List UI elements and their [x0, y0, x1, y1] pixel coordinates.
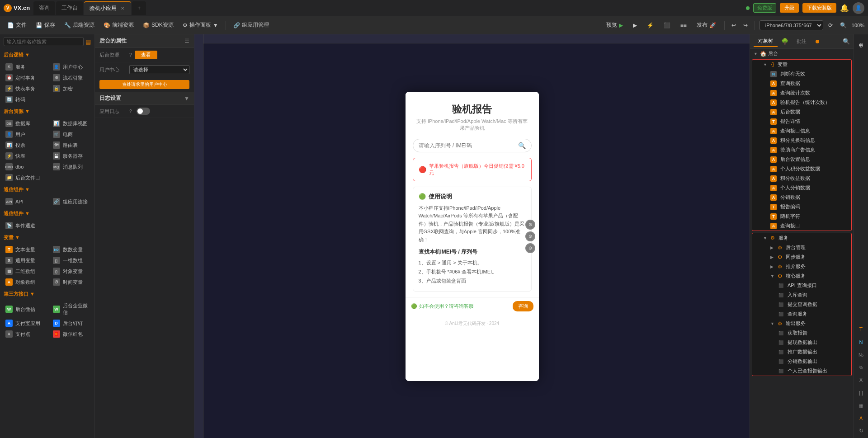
search-filter-icon[interactable]: ▤ — [85, 38, 91, 45]
back-resource-button[interactable]: 🔧 后端资源 — [61, 20, 98, 30]
comp-item-process[interactable]: ⚙ 流程引擎 — [47, 72, 95, 83]
view-button[interactable]: 查看 — [135, 51, 157, 59]
tree-node-report-count[interactable]: A 验机报告（统计次数） — [752, 98, 851, 107]
tree-node-settings-info[interactable]: A 后台设置信息 — [752, 155, 851, 164]
tree-node-backend-mgmt[interactable]: ▶ ⚙ 后台管理 — [752, 243, 851, 252]
scroll-btn-3[interactable]: ⊙ — [525, 243, 535, 253]
far-right-btn-n[interactable]: N — [856, 337, 867, 348]
far-right-btn-1[interactable]: 材料中心 — [856, 36, 867, 43]
comp-item-backend-file[interactable]: 📁 后台文件口 — [0, 172, 47, 183]
comp-item-text-var[interactable]: T 文本变量 — [0, 244, 47, 255]
tree-node-query-interface-var[interactable]: A 查询接口 — [752, 221, 851, 231]
tab-close-icon[interactable]: ✕ — [119, 5, 126, 12]
comp-item-api[interactable]: API API — [0, 196, 47, 207]
debug-button1[interactable]: ⚡ — [643, 21, 657, 30]
props-menu-icon[interactable]: ☰ — [184, 38, 189, 44]
tree-node-get-report[interactable]: ⬛ 获取报告 — [752, 328, 851, 338]
tree-node-sync-service[interactable]: ▶ ⚙ 同步服务 — [752, 252, 851, 262]
user-center-select[interactable]: 请选择 — [129, 65, 189, 74]
search-input[interactable] — [4, 37, 84, 46]
free-version-button[interactable]: 免费版 — [753, 3, 776, 13]
tree-node-distribution-data[interactable]: A 分销数据 — [752, 193, 851, 202]
comp-item-service[interactable]: S 服务 — [0, 61, 47, 72]
scroll-btn-2[interactable]: ⊙ — [525, 231, 535, 241]
download-button[interactable]: 下载安装版 — [802, 3, 836, 13]
comp-item-dingtalk[interactable]: D 后台钉钉 — [47, 318, 95, 329]
far-right-btn-percent[interactable]: % — [856, 362, 867, 373]
section-header-variables[interactable]: 变量 ▼ — [0, 232, 94, 243]
tree-node-query-count[interactable]: A 查询统计次数 — [752, 88, 851, 98]
tree-node-query-interface[interactable]: A 查询接口信息 — [752, 126, 851, 136]
bind-user-center-button[interactable]: 查处请求里的用户中心 — [99, 80, 189, 89]
far-right-btn-bracket[interactable]: [·] — [856, 387, 867, 398]
comp-item-user[interactable]: 👤 用户 — [0, 129, 47, 140]
comp-item-payment[interactable]: ¥ 支付点 — [0, 329, 47, 339]
comp-item-message-queue[interactable]: MQ 消息队列 — [47, 161, 95, 172]
comp-item-timer[interactable]: ⏰ 定时事务 — [0, 72, 47, 83]
section-header-comm2[interactable]: 通信组件 ▼ — [0, 208, 94, 219]
comp-item-quick-table[interactable]: ⚡ 快表 — [0, 151, 47, 161]
tree-node-query-data[interactable]: A 查询数据 — [752, 79, 851, 88]
comp-item-router[interactable]: 🗺 路由表 — [47, 140, 95, 151]
adapt-button[interactable]: ≡≡ — [677, 21, 690, 30]
panel-tab-notes[interactable]: 批注 — [792, 36, 811, 47]
publish-button[interactable]: 发布 🚀 — [693, 20, 720, 30]
mini-search-icon[interactable]: 🔍 — [518, 142, 526, 149]
tree-node-report-detail[interactable]: T 报告详情 — [752, 117, 851, 126]
tree-node-root[interactable]: ▼ 🏠 后台 — [750, 49, 854, 58]
avatar[interactable]: 👤 — [853, 2, 864, 14]
comp-item-database[interactable]: DB 数据库 — [0, 118, 47, 129]
upgrade-button[interactable]: 升级 — [780, 3, 799, 13]
far-right-btn-n2[interactable]: N₀ — [856, 349, 867, 360]
comp-item-obj-var[interactable]: {} 对象变量 — [47, 266, 95, 277]
tree-node-output-service[interactable]: ▼ ⚙ 输出服务 — [752, 319, 851, 328]
tree-node-redeem-code[interactable]: A 积分兑换码信息 — [752, 136, 851, 145]
section-header-backend-logic[interactable]: 后台逻辑 ▼ — [0, 49, 94, 61]
section-header-thirdparty[interactable]: 第三方接口 ▼ — [0, 288, 94, 300]
comp-item-transcode[interactable]: 🔄 转码 — [0, 94, 47, 105]
contact-button[interactable]: 咨询 — [513, 301, 533, 311]
rotate-icon[interactable]: ⟳ — [826, 21, 835, 30]
tab-mini-app[interactable]: 验机小应用 ✕ — [84, 1, 131, 15]
tree-node-withdraw-output[interactable]: ⬛ 提现数据输出 — [752, 338, 851, 347]
tree-node-dist-output[interactable]: ⬛ 分销数据输出 — [752, 357, 851, 366]
comp-item-encrypt[interactable]: 🔒 加密 — [47, 83, 95, 94]
tree-node-personal-report-output[interactable]: ⬛ 个人已查报告输出 — [752, 366, 851, 376]
comp-item-general-var[interactable]: X 通用变量 — [0, 255, 47, 266]
comp-item-alipay[interactable]: A 支付宝应用 — [0, 318, 47, 329]
preview-button[interactable]: 预览 ▶ — [603, 20, 627, 30]
operation-panel-button[interactable]: ⚙ 操作面板 ▼ — [179, 20, 222, 30]
tree-node-personal-distribution[interactable]: A 个人分销数据 — [752, 183, 851, 193]
play-button[interactable]: ▶ — [629, 21, 641, 30]
panel-search-icon[interactable]: 🔍 — [843, 38, 850, 45]
comp-item-red-packet[interactable]: 🧧 微信红包 — [47, 329, 95, 339]
tree-node-variables[interactable]: ▼ {} 变量 — [752, 60, 851, 69]
tab-workbench[interactable]: 工作台 — [56, 1, 83, 15]
tree-node-services[interactable]: ▼ ⚙ 服务 — [752, 233, 851, 243]
far-right-btn-x[interactable]: X — [856, 375, 867, 386]
far-right-btn-obj[interactable]: A — [856, 413, 867, 424]
section-header-backend-resource[interactable]: 后台资源 ▼ — [0, 106, 94, 117]
tab-new[interactable]: + — [132, 1, 146, 15]
tree-node-report-code[interactable]: T 报告编码 — [752, 202, 851, 212]
comp-item-backend-wechat[interactable]: W 后台微信 — [0, 301, 47, 318]
panel-tab-object-tree[interactable]: 对象树 — [754, 36, 778, 47]
far-right-btn-grid[interactable]: ▦ — [856, 400, 867, 411]
redo-icon[interactable]: ↪ — [741, 21, 750, 30]
scroll-btn-1[interactable]: ⊙ — [525, 220, 535, 230]
comp-item-user-center[interactable]: 👤 用户中心 — [47, 61, 95, 72]
comp-item-time-var[interactable]: ⏱ 时间变量 — [47, 277, 95, 287]
comp-item-obj-array[interactable]: A 对象数组 — [0, 277, 47, 287]
log-expand-icon[interactable]: ▼ — [184, 95, 189, 102]
front-resource-button[interactable]: 🎨 前端资源 — [100, 20, 137, 30]
comp-item-array-var[interactable]: [] 一维数组 — [47, 255, 95, 266]
comp-item-server-storage[interactable]: 💾 服务器存 — [47, 151, 95, 161]
comp-item-vote[interactable]: 📊 投票 — [0, 140, 47, 151]
comp-item-ecommerce[interactable]: 🛒 电商 — [47, 129, 95, 140]
comp-item-num-var[interactable]: N0 数数变量 — [47, 244, 95, 255]
file-button[interactable]: 📄 文件 — [4, 20, 30, 30]
comp-item-app-connect[interactable]: 🔗 组应用连接 — [47, 196, 95, 207]
tree-node-warehouse-query[interactable]: ⬛ 入库查询 — [752, 290, 851, 300]
app-log-toggle[interactable] — [137, 108, 150, 115]
group-management-button[interactable]: 🔗 组应用管理 — [230, 20, 273, 30]
